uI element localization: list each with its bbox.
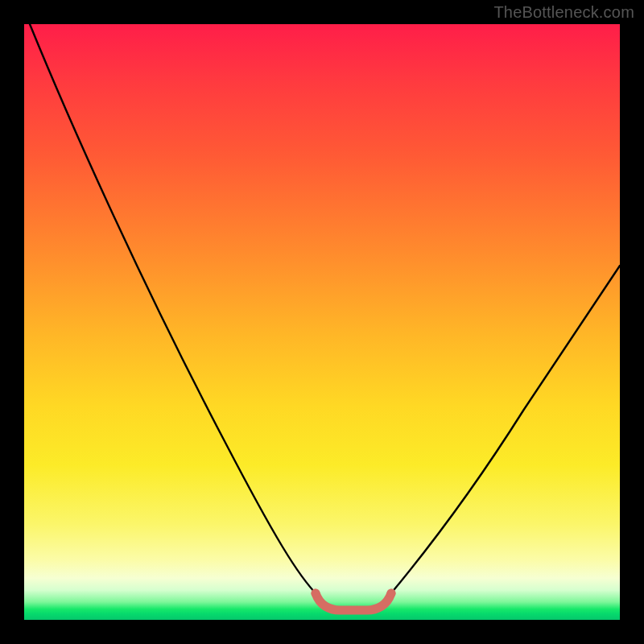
optimal-marker-dot-right: [387, 589, 396, 598]
optimal-range-marker: [316, 593, 391, 610]
bottleneck-curve-svg: [24, 24, 620, 620]
optimal-marker-dot-left: [312, 589, 320, 598]
watermark-text: TheBottleneck.com: [493, 3, 634, 22]
plot-area: [24, 24, 620, 620]
bottleneck-curve-path: [30, 24, 620, 609]
chart-container: TheBottleneck.com: [0, 0, 644, 644]
